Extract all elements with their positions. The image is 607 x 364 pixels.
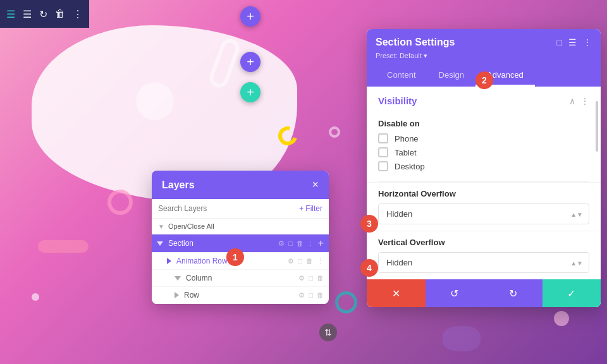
settings-title: Section Settings	[376, 37, 455, 48]
expand-icon	[175, 292, 179, 298]
tab-design[interactable]: Design	[427, 65, 475, 87]
layer-section-label: Section	[168, 239, 276, 248]
layers-close-button[interactable]: ×	[312, 178, 319, 191]
layer-section-icons: ⚙ □ 🗑 ⋮ +	[278, 238, 324, 248]
layers-search-row: + Filter	[152, 199, 329, 219]
column-copy-icon[interactable]: □	[309, 274, 313, 282]
layout-icon[interactable]: ☰	[6, 8, 15, 20]
layers-header: Layers ×	[152, 171, 329, 199]
decorative-circle1	[136, 82, 174, 120]
add-section-top-button[interactable]: +	[240, 6, 261, 27]
grid-icon[interactable]: ☰	[23, 8, 32, 20]
disable-tablet-row: Tablet	[378, 147, 589, 157]
visibility-title: Visibility	[378, 95, 417, 106]
columns-icon[interactable]: ☰	[568, 37, 577, 47]
top-toolbar: ☰ ☰ ↻ 🗑 ⋮	[0, 0, 89, 28]
visibility-section: Visibility ∧ ⋮	[367, 87, 601, 119]
step-badge-4: 4	[360, 259, 378, 277]
layer-row-item[interactable]: Row ⚙ □ 🗑	[152, 287, 329, 304]
decorative-purple-blob	[443, 326, 481, 351]
decorative-stripe	[38, 240, 89, 253]
settings-body: Visibility ∧ ⋮ Disable on Phone Tablet D…	[367, 87, 601, 307]
layer-column-label: Column	[186, 274, 296, 282]
visibility-controls: ∧ ⋮	[569, 96, 589, 106]
layers-title: Layers	[162, 179, 195, 191]
section-delete-icon[interactable]: 🗑	[297, 240, 304, 247]
vertical-overflow-label: Vertical Overflow	[378, 238, 589, 247]
decorative-dot1	[32, 293, 39, 301]
step-badge-2: 2	[475, 71, 493, 89]
decorative-ring	[107, 190, 133, 215]
anim-row-delete-icon[interactable]: 🗑	[306, 257, 313, 265]
visibility-collapse-icon[interactable]: ∧	[569, 96, 575, 106]
layer-row-label: Row	[184, 291, 296, 300]
disable-phone-label: Phone	[395, 134, 419, 143]
layers-drag-handle[interactable]: ⇅	[319, 324, 337, 341]
layers-search-input[interactable]	[158, 204, 294, 213]
drag-icon: ⇅	[324, 327, 332, 337]
row-copy-icon[interactable]: □	[309, 291, 313, 299]
vertical-overflow-section: Vertical Overflow Hidden Visible Scroll …	[367, 231, 601, 279]
settings-actions: ✕ ↺ ↻ ✓	[367, 279, 601, 307]
anim-row-settings-icon[interactable]: ⚙	[288, 257, 294, 265]
settings-title-row: Section Settings □ ☰ ⋮	[376, 37, 592, 48]
section-more-icon[interactable]: ⋮	[307, 240, 314, 248]
section-add-button[interactable]: +	[318, 238, 324, 248]
horizontal-overflow-label: Horizontal Overflow	[378, 189, 589, 198]
decorative-teal-ring	[335, 291, 357, 313]
visibility-more-icon[interactable]: ⋮	[580, 96, 589, 106]
expand-icon	[167, 258, 171, 264]
section-settings-icon[interactable]: ⚙	[278, 240, 285, 248]
fullscreen-icon[interactable]: □	[557, 37, 562, 47]
layers-panel: Layers × + Filter ▼ Open/Close All Secti…	[152, 171, 329, 304]
layer-row-icons: ⚙ □ 🗑	[298, 291, 324, 300]
layer-column-icons: ⚙ □ 🗑	[298, 274, 324, 282]
disable-on-section: Disable on Phone Tablet Desktop	[367, 119, 601, 181]
disable-tablet-label: Tablet	[395, 148, 417, 157]
layers-open-close-button[interactable]: ▼ Open/Close All	[152, 219, 329, 234]
vertical-overflow-select[interactable]: Hidden Visible Scroll Auto	[378, 252, 589, 273]
settings-preset[interactable]: Preset: Default ▾	[376, 52, 592, 60]
layer-anim-row-icons: ⚙ □ 🗑 ⋮	[288, 257, 324, 265]
tab-content[interactable]: Content	[376, 65, 427, 87]
anim-row-more-icon[interactable]: ⋮	[317, 257, 324, 265]
disable-on-label: Disable on	[378, 119, 589, 128]
add-section-green-button[interactable]: +	[240, 82, 261, 102]
disable-phone-checkbox[interactable]	[378, 133, 388, 143]
disable-phone-row: Phone	[378, 133, 589, 143]
disable-desktop-row: Desktop	[378, 161, 589, 171]
layer-column-item[interactable]: Column ⚙ □ 🗑	[152, 270, 329, 287]
scrollbar-thumb[interactable]	[596, 101, 598, 152]
disable-desktop-checkbox[interactable]	[378, 161, 388, 171]
cancel-button[interactable]: ✕	[367, 279, 426, 307]
section-settings-panel: Section Settings □ ☰ ⋮ Preset: Default ▾…	[367, 29, 601, 307]
save-button[interactable]: ✓	[543, 279, 601, 307]
delete-icon[interactable]: 🗑	[55, 8, 65, 20]
horizontal-overflow-select[interactable]: Hidden Visible Scroll Auto	[378, 203, 589, 224]
history-icon[interactable]: ↻	[39, 8, 47, 20]
add-section-mid-button[interactable]: +	[240, 52, 261, 72]
decorative-dot3	[554, 311, 569, 326]
column-delete-icon[interactable]: 🗑	[317, 274, 324, 282]
layers-filter-button[interactable]: + Filter	[299, 204, 322, 213]
section-copy-icon[interactable]: □	[288, 240, 293, 247]
column-settings-icon[interactable]: ⚙	[298, 274, 305, 282]
reset-button[interactable]: ↺	[426, 279, 484, 307]
anim-row-copy-icon[interactable]: □	[298, 257, 302, 265]
step-badge-3: 3	[360, 215, 378, 233]
disable-tablet-checkbox[interactable]	[378, 147, 388, 157]
horizontal-overflow-wrapper: Hidden Visible Scroll Auto ▲▼	[378, 203, 589, 224]
decorative-dot2	[329, 126, 340, 138]
visibility-header: Visibility ∧ ⋮	[378, 95, 589, 106]
more-options-icon[interactable]: ⋮	[583, 37, 592, 47]
vertical-overflow-wrapper: Hidden Visible Scroll Auto ▲▼	[378, 252, 589, 273]
expand-icon	[157, 241, 163, 246]
disable-desktop-label: Desktop	[395, 162, 425, 171]
step-badge-1: 1	[226, 248, 244, 266]
expand-icon	[175, 276, 181, 281]
row-settings-icon[interactable]: ⚙	[298, 291, 305, 300]
horizontal-overflow-section: Horizontal Overflow Hidden Visible Scrol…	[367, 182, 601, 231]
redo-button[interactable]: ↻	[484, 279, 543, 307]
row-delete-icon[interactable]: 🗑	[317, 291, 324, 299]
more-icon[interactable]: ⋮	[73, 8, 83, 20]
